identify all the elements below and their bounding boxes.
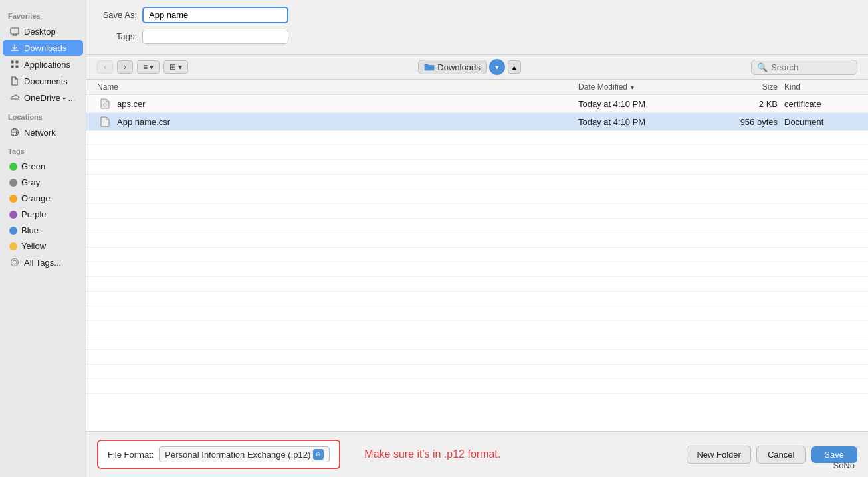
empty-row — [86, 277, 868, 292]
empty-row — [86, 292, 868, 306]
toolbar: ‹ › ≡ ▾ ⊞ ▾ Downloads ▾ — [86, 55, 868, 80]
tags-input[interactable] — [142, 29, 288, 44]
blue-dot — [9, 227, 17, 235]
downloads-icon — [9, 43, 20, 53]
file-name: aps.cer — [117, 99, 578, 109]
sidebar-item-purple[interactable]: Purple — [3, 207, 83, 222]
svg-rect-6 — [11, 66, 14, 68]
location-bar: Downloads ▾ ▲ — [418, 59, 520, 75]
list-view-chevron: ▾ — [150, 62, 154, 72]
sidebar-item-yellow-label: Yellow — [21, 241, 46, 251]
empty-row — [86, 321, 868, 335]
favorites-label: Favorites — [0, 5, 86, 23]
sidebar-item-all-tags[interactable]: All Tags... — [3, 254, 83, 270]
expand-button[interactable]: ▲ — [508, 60, 521, 74]
dropdown-arrow-icon: ▾ — [495, 63, 499, 72]
sidebar-item-orange[interactable]: Orange — [3, 191, 83, 206]
toolbar-left: ‹ › ≡ ▾ ⊞ ▾ — [97, 60, 188, 74]
empty-row — [86, 160, 868, 175]
file-kind: certificate — [778, 99, 857, 109]
bottom-bar: File Format: Personal Information Exchan… — [86, 431, 868, 477]
bottom-buttons: New Folder Cancel Save — [687, 446, 857, 464]
gray-dot — [9, 179, 17, 187]
desktop-icon — [9, 26, 20, 37]
sidebar-item-downloads[interactable]: Downloads — [3, 40, 83, 56]
file-name: App name.csr — [117, 117, 578, 127]
orange-dot — [9, 195, 17, 203]
sidebar-item-applications[interactable]: Applications — [3, 56, 83, 72]
main-content: Save As: Tags: ‹ › ≡ ▾ ⊞ ▾ — [86, 0, 868, 477]
empty-row — [86, 379, 868, 394]
sidebar-item-purple-label: Purple — [21, 209, 47, 219]
list-view-button[interactable]: ≡ ▾ — [137, 60, 160, 74]
empty-row — [86, 131, 868, 145]
file-list-header: Name Date Modified ▾ Size Kind — [86, 80, 868, 95]
grid-view-button[interactable]: ⊞ ▾ — [163, 60, 188, 74]
save-as-input[interactable] — [142, 7, 288, 23]
network-icon — [9, 127, 20, 138]
documents-icon — [9, 76, 20, 86]
save-as-row: Save As: — [97, 7, 857, 23]
back-button[interactable]: ‹ — [97, 60, 113, 74]
empty-row — [86, 350, 868, 365]
file-size: 956 bytes — [711, 117, 778, 127]
grid-view-chevron: ▾ — [178, 62, 182, 72]
sidebar-item-onedrive-label: OneDrive - ... — [24, 93, 75, 103]
svg-rect-7 — [16, 66, 19, 68]
green-dot — [9, 163, 17, 171]
format-label: File Format: — [108, 450, 154, 460]
empty-row — [86, 204, 868, 219]
location-dropdown-button[interactable]: ▾ — [489, 59, 505, 75]
format-select[interactable]: Personal Information Exchange (.p12) ⊕ — [159, 446, 330, 462]
save-as-label: Save As: — [97, 10, 137, 20]
location-name: Downloads — [437, 62, 480, 72]
sidebar-item-network[interactable]: Network — [3, 124, 83, 140]
column-header-kind[interactable]: Kind — [778, 82, 857, 92]
sono-label: SoNo — [833, 460, 855, 470]
locations-label: Locations — [0, 106, 86, 124]
sidebar-item-desktop[interactable]: Desktop — [3, 23, 83, 39]
file-list: Name Date Modified ▾ Size Kind aps.cer T… — [86, 80, 868, 431]
cancel-button[interactable]: Cancel — [756, 446, 806, 464]
table-row[interactable]: aps.cer Today at 4:10 PM 2 KB certificat… — [86, 95, 868, 113]
tags-label: Tags: — [97, 31, 137, 41]
sidebar-item-desktop-label: Desktop — [24, 27, 56, 37]
forward-button[interactable]: › — [117, 60, 133, 74]
search-input[interactable] — [771, 62, 851, 72]
sidebar-item-yellow[interactable]: Yellow — [3, 238, 83, 254]
new-folder-button[interactable]: New Folder — [687, 446, 750, 464]
svg-point-11 — [11, 259, 19, 266]
sidebar-item-network-label: Network — [24, 128, 56, 138]
format-select-arrow-icon: ⊕ — [313, 449, 324, 460]
empty-row — [86, 306, 868, 321]
folder-icon — [424, 62, 435, 72]
format-value: Personal Information Exchange (.p12) — [165, 450, 310, 460]
list-view-icon: ≡ — [143, 62, 148, 72]
svg-rect-5 — [16, 61, 19, 64]
svg-point-12 — [13, 260, 17, 264]
location-pill[interactable]: Downloads — [418, 60, 486, 74]
empty-row — [86, 219, 868, 233]
sort-arrow-icon: ▾ — [631, 84, 634, 91]
column-header-size[interactable]: Size — [711, 82, 778, 92]
sidebar-item-documents[interactable]: Documents — [3, 73, 83, 89]
sidebar-item-onedrive[interactable]: OneDrive - ... — [3, 90, 83, 106]
sidebar-item-gray-label: Gray — [21, 177, 40, 187]
empty-row — [86, 262, 868, 277]
sidebar-item-gray[interactable]: Gray — [3, 175, 83, 190]
empty-row — [86, 145, 868, 160]
sidebar-item-blue[interactable]: Blue — [3, 223, 83, 238]
sidebar-item-green[interactable]: Green — [3, 159, 83, 174]
column-header-date[interactable]: Date Modified ▾ — [578, 82, 711, 92]
empty-row — [86, 233, 868, 248]
empty-row — [86, 335, 868, 350]
empty-row — [86, 248, 868, 262]
file-date: Today at 4:10 PM — [578, 117, 711, 127]
sidebar-item-documents-label: Documents — [24, 76, 68, 86]
table-row[interactable]: App name.csr Today at 4:10 PM 956 bytes … — [86, 113, 868, 131]
sidebar-item-all-tags-label: All Tags... — [24, 258, 61, 268]
column-header-name[interactable]: Name — [97, 82, 578, 92]
tags-row: Tags: — [97, 29, 857, 44]
sidebar-item-blue-label: Blue — [21, 225, 39, 235]
expand-icon: ▲ — [511, 64, 518, 71]
